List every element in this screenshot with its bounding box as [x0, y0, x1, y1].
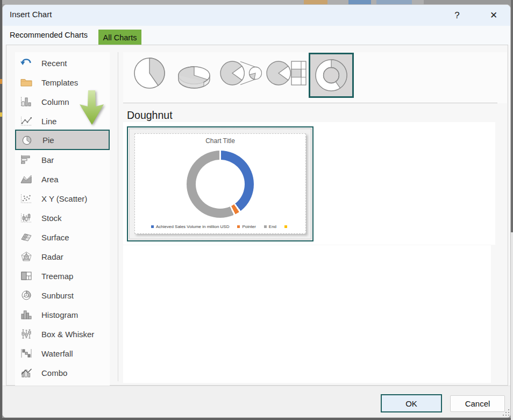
scatter-chart-icon [20, 193, 33, 204]
sunburst-chart-icon [20, 290, 33, 301]
doughnut-hole [196, 160, 245, 209]
close-button[interactable]: ✕ [484, 7, 503, 24]
doughnut-preview-chart: Chart Title Achieved Sales Volume in mil… [134, 133, 306, 234]
resize-grip[interactable] [503, 409, 510, 417]
column-chart-icon [20, 96, 33, 107]
chart-title: Chart Title [135, 137, 305, 145]
legend-swatch [237, 225, 240, 228]
sidebar-item-stock[interactable]: Stock [15, 208, 110, 227]
sidebar-separator [118, 52, 118, 381]
recent-icon [20, 58, 33, 68]
sidebar-item-sunburst[interactable]: Sunburst [15, 286, 110, 305]
combo-chart-icon [20, 367, 33, 378]
bar-chart-icon [20, 154, 33, 165]
legend-item: Achieved Sales Volume in million USD [151, 224, 230, 229]
background-app-right-edge [511, 0, 513, 232]
templates-folder-icon [20, 77, 33, 88]
stock-chart-icon [20, 212, 33, 223]
sidebar-item-bar[interactable]: Bar [15, 150, 110, 169]
sidebar-item-histogram[interactable]: Histogram [15, 305, 110, 324]
green-annotation-arrow [77, 90, 105, 126]
treemap-chart-icon [20, 270, 33, 281]
sidebar-item-box-whisker[interactable]: Box & Whisker [15, 324, 110, 344]
insert-chart-dialog: Insert Chart ? ✕ Recommended Charts All … [2, 4, 511, 418]
ok-button[interactable]: OK [381, 394, 442, 412]
help-button[interactable]: ? [450, 8, 464, 23]
surface-chart-icon [20, 232, 33, 243]
background-cell-speck [304, 0, 327, 4]
lower-panel-background [123, 245, 491, 383]
legend-swatch [151, 225, 154, 228]
background-cell-speck [424, 0, 511, 4]
tab-all-charts[interactable]: All Charts [98, 30, 141, 45]
box-whisker-chart-icon [20, 329, 33, 339]
sidebar-item-waterfall[interactable]: Waterfall [15, 344, 110, 363]
dialog-titlebar [3, 5, 510, 26]
background-cell-speck [376, 0, 412, 4]
sidebar-item-recent[interactable]: Recent [15, 53, 110, 73]
pie-chart-icon [21, 135, 34, 146]
legend-item: End [264, 224, 276, 229]
background-app-top-edge [2, 0, 511, 4]
background-cell-speck [348, 0, 371, 4]
sidebar-item-scatter[interactable]: X Y (Scatter) [15, 189, 110, 208]
sidebar-item-radar[interactable]: Radar [15, 247, 110, 266]
legend-item: Pointer [237, 224, 255, 229]
sidebar-item-treemap[interactable]: Treemap [15, 266, 110, 286]
pie-icon[interactable] [127, 51, 172, 96]
histogram-chart-icon [20, 309, 33, 320]
subtype-heading: Doughnut [127, 109, 173, 122]
sidebar-item-surface[interactable]: Surface [15, 227, 110, 247]
radar-chart-icon [20, 251, 33, 262]
tab-recommended-charts[interactable]: Recommended Charts [10, 31, 88, 39]
sidebar-item-combo[interactable]: Combo [15, 363, 110, 382]
area-chart-icon [20, 174, 33, 184]
subtype-separator [123, 103, 497, 103]
pie-of-pie-icon[interactable] [218, 51, 263, 96]
chart-legend: Achieved Sales Volume in million USD Poi… [135, 224, 305, 229]
doughnut-preview-tile[interactable]: Chart Title Achieved Sales Volume in mil… [127, 126, 314, 241]
cancel-button[interactable]: Cancel [450, 395, 505, 412]
doughnut-icon[interactable] [309, 53, 354, 98]
legend-swatch [264, 225, 267, 228]
legend-item [284, 225, 289, 228]
sidebar-item-templates[interactable]: Templates [15, 73, 110, 92]
doughnut-plot [187, 151, 254, 218]
dialog-title: Insert Chart [10, 10, 52, 19]
sidebar-item-area[interactable]: Area [15, 169, 110, 189]
bar-of-pie-icon[interactable] [264, 51, 309, 96]
legend-swatch [284, 225, 287, 228]
background-app-bottom-edge [2, 418, 511, 420]
background-app-right-edge-lower [511, 232, 513, 420]
sidebar-item-pie[interactable]: Pie [15, 130, 110, 150]
line-chart-icon [20, 116, 33, 126]
pie-3d-icon[interactable] [172, 52, 217, 97]
waterfall-chart-icon [20, 348, 33, 359]
